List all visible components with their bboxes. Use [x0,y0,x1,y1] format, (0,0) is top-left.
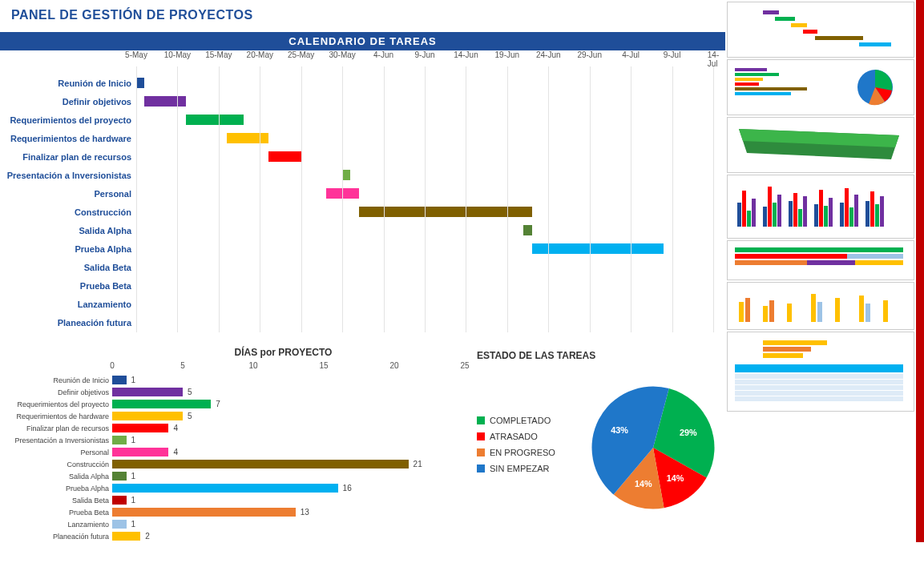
svg-rect-43 [807,260,855,265]
svg-rect-24 [793,193,797,227]
days-bar [112,424,168,432]
gantt-bar [359,207,532,217]
days-tick: 15 [319,361,328,370]
svg-rect-21 [773,203,777,227]
thumbnail-panel [725,0,924,542]
days-label: Construcción [0,460,112,468]
svg-rect-47 [763,306,768,322]
svg-rect-9 [735,82,759,86]
days-label: Requerimientos del proyecto [0,400,112,408]
svg-rect-38 [880,196,884,227]
svg-rect-51 [817,302,822,322]
gantt-task-label: Planeación futura [0,314,136,332]
svg-rect-19 [763,207,767,227]
days-row: Lanzamiento1 [0,518,454,530]
days-tick: 25 [460,361,469,370]
gantt-task-label: Lanzamiento [0,296,136,314]
gantt-task-label: Salida Alpha [0,222,136,240]
gantt-tick: 25-May [288,50,314,59]
days-value: 5 [188,412,192,420]
thumbnail-columns [727,175,914,239]
gantt-tick: 4-Jul [622,50,640,59]
thumbnail-stacked [727,240,914,280]
svg-rect-35 [865,201,870,227]
legend-label: SIN EMPEZAR [490,464,550,473]
svg-rect-52 [835,298,840,322]
svg-rect-26 [803,196,807,227]
legend-item: COMPLETADO [477,416,581,425]
gantt-tick: 19-Jun [495,50,520,59]
svg-rect-2 [791,23,807,27]
pie-chart: ESTADO DE LAS TAREAS COMPLETADOATRASADOE… [461,344,725,542]
svg-rect-15 [737,203,741,227]
days-row: Salida Beta1 [0,494,454,506]
days-tick: 10 [248,361,257,370]
svg-rect-33 [849,207,853,227]
legend-item: EN PROGRESO [477,448,581,457]
svg-rect-40 [735,254,847,259]
days-bar [112,436,127,444]
gantt-task-label: Prueba Alpha [0,240,136,259]
thumbnail-list [727,332,914,412]
days-row: Personal4 [0,446,454,458]
svg-rect-6 [735,68,767,71]
svg-rect-42 [735,260,807,265]
days-bar [112,520,127,529]
gantt-tick: 4-Jun [373,50,393,59]
days-bar [112,460,409,468]
gantt-tick: 30-May [329,50,355,59]
svg-rect-23 [789,201,793,227]
days-row: Prueba Alpha16 [0,482,454,494]
days-bar [112,388,183,396]
svg-rect-34 [854,195,858,227]
days-row: Salida Alpha1 [0,470,454,482]
days-bar [112,472,127,481]
legend-item: SIN EMPEZAR [477,464,581,473]
pie-pct-label: 29% [680,428,697,437]
svg-rect-56 [763,340,827,345]
gantt-tick: 29-Jun [577,50,602,59]
gantt-task-label: Finalizar plan de recursos [0,148,136,167]
days-row: Reunión de Inicio1 [0,374,454,386]
days-bar [112,412,183,420]
svg-rect-17 [747,211,751,227]
svg-rect-10 [735,87,807,90]
gantt-tick: 5-May [125,50,147,59]
days-label: Planeación futura [0,533,112,541]
svg-rect-1 [775,17,795,21]
days-bar [112,376,127,384]
days-value: 1 [131,376,136,384]
days-label: Reunión de Inicio [0,376,112,384]
pie-pct-label: 43% [611,425,628,435]
gantt-tick: 20-May [247,50,273,59]
days-row: Requerimientos del proyecto7 [0,398,454,410]
page-title: PANEL DE GESTIÓN DE PROYECTOS [0,0,725,32]
svg-rect-50 [811,294,816,322]
legend-label: EN PROGRESO [490,448,555,457]
days-chart: DÍAS por PROYECTO 0510152025 Reunión de … [0,344,461,542]
svg-rect-44 [855,260,903,265]
svg-rect-27 [814,204,818,227]
gantt-tick: 9-Jun [414,50,434,59]
gantt-tick: 10-May [164,50,191,59]
days-tick: 20 [389,361,398,370]
legend-label: COMPLETADO [490,416,551,425]
days-title: DÍAS por PROYECTO [112,347,454,358]
svg-rect-25 [798,209,802,227]
svg-rect-29 [824,206,828,227]
days-label: Prueba Beta [0,509,112,517]
thumbnail-funnel [727,117,914,173]
svg-rect-32 [845,188,849,227]
days-bar [112,496,127,505]
gantt-bar [532,243,664,254]
days-value: 16 [343,484,352,493]
svg-rect-58 [763,353,803,358]
days-bar [112,400,211,408]
svg-rect-30 [829,198,833,227]
gantt-bar [523,225,531,235]
days-bar [112,448,168,456]
gantt-bar [136,78,144,88]
svg-rect-54 [865,304,870,322]
svg-rect-20 [768,187,772,227]
svg-rect-28 [819,190,823,227]
